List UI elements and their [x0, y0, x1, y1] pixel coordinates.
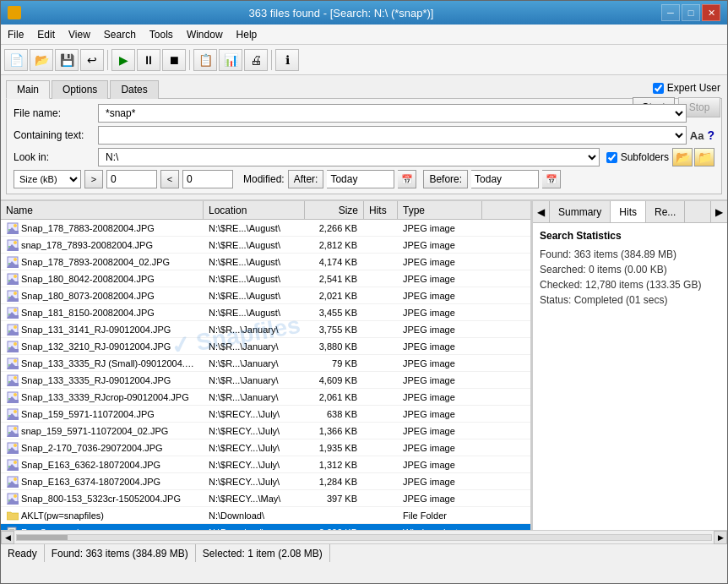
lookin-select[interactable]: N:\ [98, 148, 600, 166]
table-row[interactable]: Snap_178_7883-20082004.JPGN:\$RE...\Augu… [1, 220, 530, 237]
tb-pause[interactable]: ⏸ [137, 49, 160, 71]
minimize-button[interactable]: ─ [661, 4, 680, 21]
menu-edit[interactable]: Edit [30, 27, 62, 42]
containing-help[interactable]: ? [707, 128, 714, 142]
col-header-name[interactable]: Name [1, 201, 204, 219]
table-row[interactable]: AKLT(pw=snapfiles)N:\Download\File Folde… [1, 507, 530, 524]
right-panel-left-arrow[interactable]: ◀ [533, 201, 550, 222]
tab-options[interactable]: Options [52, 80, 108, 99]
col-header-location[interactable]: Location [204, 201, 305, 219]
table-row[interactable]: Snap_133_3335_RJ (Small)-09012004.JPGN:\… [1, 355, 530, 372]
menu-help[interactable]: Help [230, 27, 264, 42]
scrollbar-track[interactable] [16, 534, 712, 541]
size-lt-button[interactable]: < [160, 170, 179, 188]
file-location: N:\$RE...\August\ [204, 274, 305, 284]
after-calendar-button[interactable]: 📅 [398, 170, 416, 188]
containing-text-input[interactable] [98, 126, 687, 145]
right-panel-content: Search Statistics Found: 363 items (384.… [533, 223, 727, 316]
file-size: 2,541 KB [305, 274, 364, 284]
tb-info[interactable]: ℹ [275, 49, 299, 71]
right-panel-tab-hits[interactable]: Hits [611, 201, 646, 222]
table-row[interactable]: Snap_133_3335_RJ-09012004.JPGN:\$R...\Ja… [1, 372, 530, 389]
table-row[interactable]: Snap_180_8042-20082004.JPGN:\$RE...\Augu… [1, 270, 530, 287]
size-select[interactable]: Size (kB) [14, 170, 81, 188]
table-row[interactable]: snap_159_5971-11072004_02.JPGN:\$RECY...… [1, 423, 530, 439]
col-header-type[interactable]: Type [398, 201, 482, 219]
file-type: JPEG image [398, 477, 482, 487]
menu-view[interactable]: View [62, 27, 97, 42]
file-type: File Folder [398, 510, 482, 521]
col-header-size[interactable]: Size [305, 201, 364, 219]
before-date-input[interactable] [471, 170, 539, 188]
window-controls: ─ □ ✕ [661, 4, 720, 21]
subfolders-checkbox-label[interactable]: Subfolders [606, 151, 669, 163]
menu-bar: File Edit View Search Tools Window Help [1, 25, 727, 45]
scroll-left-button[interactable]: ◀ [1, 531, 14, 544]
menu-file[interactable]: File [1, 27, 30, 42]
table-row[interactable]: Snap_132_3210_RJ-09012004.JPGN:\$R...\Ja… [1, 338, 530, 355]
table-row[interactable]: FreeSnap.msiN:\Download\2,090 KBWindows … [1, 524, 530, 530]
close-button[interactable]: ✕ [702, 4, 720, 21]
tb-open[interactable]: 📂 [30, 49, 53, 71]
before-calendar-button[interactable]: 📅 [542, 170, 561, 188]
horizontal-scrollbar[interactable]: ◀ ▶ [1, 530, 727, 543]
menu-window[interactable]: Window [180, 27, 230, 42]
tb-reload[interactable]: ↩ [80, 49, 104, 71]
expert-user-checkbox[interactable] [653, 83, 664, 94]
table-row[interactable]: Snap_800-153_5323cr-15052004.JPGN:\$RECY… [1, 490, 530, 507]
col-header-hits[interactable]: Hits [364, 201, 398, 219]
file-icon [6, 458, 19, 472]
table-row[interactable]: Snap_159_5971-11072004.JPGN:\$RECY...\Ju… [1, 406, 530, 423]
file-name: snap_178_7893-20082004.JPG [21, 240, 153, 250]
scroll-right-button[interactable]: ▶ [714, 531, 727, 544]
right-panel: ◀ Summary Hits Re... ▶ Search Statistics… [533, 201, 727, 530]
filename-input[interactable]: *snap* [98, 104, 687, 123]
table-row[interactable]: Snap_180_8073-20082004.JPGN:\$RE...\Augu… [1, 287, 530, 304]
stats-title: Search Statistics [540, 230, 720, 242]
right-panel-right-arrow[interactable]: ▶ [710, 201, 727, 222]
maximize-button[interactable]: □ [682, 4, 700, 21]
tb-chart[interactable]: 📊 [219, 49, 242, 71]
menu-tools[interactable]: Tools [143, 27, 180, 42]
right-panel-tab-summary[interactable]: Summary [550, 201, 611, 222]
tab-dates[interactable]: Dates [110, 80, 158, 99]
size-min-input[interactable] [106, 170, 157, 188]
table-row[interactable]: Snap_2-170_7036-29072004.JPGN:\$RECY...\… [1, 439, 530, 456]
svg-point-35 [14, 359, 17, 363]
tb-save[interactable]: 💾 [55, 49, 79, 71]
before-button[interactable]: Before: [423, 170, 468, 188]
table-row[interactable]: snap_178_7893-20082004.JPGN:\$RE...\Augu… [1, 237, 530, 254]
tb-play[interactable]: ▶ [111, 49, 135, 71]
file-list-body[interactable]: Snap_178_7883-20082004.JPGN:\$RE...\Augu… [1, 220, 530, 530]
menu-search[interactable]: Search [97, 27, 143, 42]
file-icon [6, 390, 19, 404]
tb-clipboard[interactable]: 📋 [193, 49, 217, 71]
file-type: JPEG image [398, 325, 482, 335]
table-row[interactable]: Snap_131_3141_RJ-09012004.JPGN:\$R...\Ja… [1, 321, 530, 338]
tb-new[interactable]: 📄 [4, 49, 28, 71]
table-row[interactable]: Snap_181_8150-20082004.JPGN:\$RE...\Augu… [1, 304, 530, 321]
file-name: Snap_181_8150-20082004.JPG [21, 308, 155, 318]
table-row[interactable]: Snap_E163_6362-18072004.JPGN:\$RECY...\J… [1, 456, 530, 473]
browse-folder-button[interactable]: 📂 [672, 148, 693, 166]
right-panel-tab-re[interactable]: Re... [646, 201, 685, 222]
expert-user-checkbox-label[interactable]: Expert User [653, 82, 720, 94]
containing-aa[interactable]: Aa [690, 129, 704, 142]
svg-point-47 [14, 410, 17, 413]
browse-folder2-button[interactable]: 📁 [694, 148, 714, 166]
after-button[interactable]: After: [288, 170, 324, 188]
file-location: N:\$RECY...\July\ [204, 443, 305, 453]
size-gt-button[interactable]: > [84, 170, 103, 188]
tb-stop[interactable]: ⏹ [162, 49, 186, 71]
file-location: N:\$RE...\August\ [204, 257, 305, 267]
table-row[interactable]: Snap_133_3339_RJcrop-09012004.JPGN:\$R..… [1, 389, 530, 406]
subfolders-checkbox[interactable] [606, 152, 617, 163]
scrollbar-thumb[interactable] [17, 535, 68, 540]
file-list-header: Name Location Size Hits Type [1, 201, 530, 220]
tab-main[interactable]: Main [6, 80, 50, 99]
tb-print[interactable]: 🖨 [244, 49, 268, 71]
table-row[interactable]: Snap_178_7893-20082004_02.JPGN:\$RE...\A… [1, 254, 530, 270]
after-date-input[interactable] [327, 170, 394, 188]
table-row[interactable]: Snap_E163_6374-18072004.JPGN:\$RECY...\J… [1, 473, 530, 490]
size-max-input[interactable] [182, 170, 233, 188]
